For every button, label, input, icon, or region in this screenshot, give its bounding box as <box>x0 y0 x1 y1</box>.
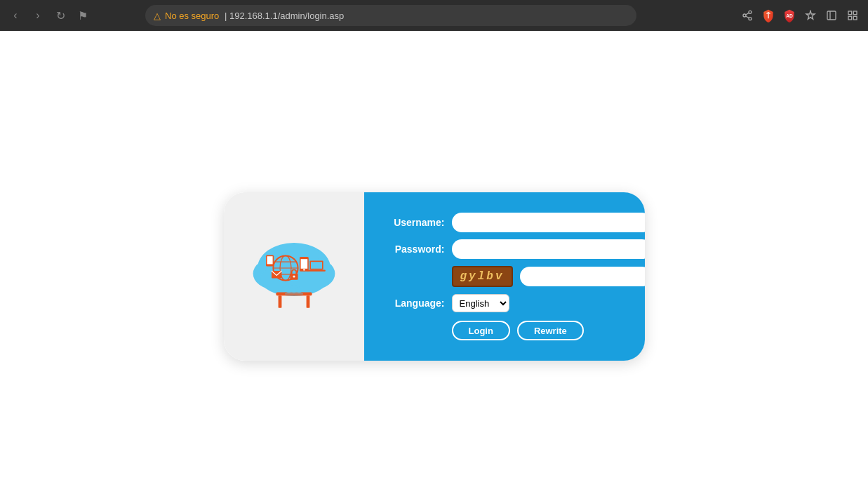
button-row: Login Rewrite <box>385 321 645 340</box>
captcha-image: gylbv <box>452 266 513 287</box>
brave-shield-icon[interactable] <box>760 7 777 24</box>
svg-rect-25 <box>311 262 322 269</box>
browser-chrome: ‹ › ↻ ⚑ △ No es seguro | 192.168.1.1/adm… <box>0 0 868 31</box>
adblock-icon[interactable]: AD <box>781 7 798 24</box>
svg-point-31 <box>293 275 295 277</box>
svg-point-2 <box>749 18 752 20</box>
extensions-icon[interactable] <box>802 7 819 24</box>
svg-rect-11 <box>853 16 857 20</box>
browser-actions: AD <box>739 7 861 24</box>
svg-point-23 <box>303 269 305 270</box>
bookmark-button[interactable]: ⚑ <box>74 7 91 24</box>
svg-rect-10 <box>848 16 852 20</box>
svg-point-1 <box>743 14 746 17</box>
forward-button[interactable]: › <box>29 7 46 24</box>
login-button[interactable]: Login <box>452 321 510 340</box>
share-icon[interactable] <box>739 7 756 24</box>
tabs-icon[interactable] <box>844 7 861 24</box>
svg-rect-8 <box>848 11 852 15</box>
language-select[interactable]: English Chinese <box>452 294 509 312</box>
svg-text:AD: AD <box>786 13 793 18</box>
svg-rect-6 <box>827 11 836 20</box>
url-separator: | <box>225 11 229 21</box>
svg-line-3 <box>746 16 749 18</box>
svg-rect-33 <box>278 295 281 308</box>
svg-rect-28 <box>267 256 272 264</box>
sidebar-toggle-icon[interactable] <box>823 7 840 24</box>
svg-rect-9 <box>853 11 857 15</box>
captcha-row: gylbv <box>385 266 645 287</box>
svg-rect-22 <box>300 259 307 269</box>
svg-rect-38 <box>285 293 303 295</box>
insecure-label: No es seguro <box>165 11 219 21</box>
svg-point-0 <box>749 11 752 13</box>
reload-button[interactable]: ↻ <box>52 7 69 24</box>
password-label: Password: <box>385 244 445 255</box>
svg-rect-26 <box>307 269 326 271</box>
username-row: Username: <box>385 213 645 232</box>
rewrite-button[interactable]: Rewrite <box>517 321 584 340</box>
right-panel: Username: Password: gylbv Language: Engl… <box>364 192 645 361</box>
language-row: Language: English Chinese <box>385 294 645 312</box>
address-bar[interactable]: △ No es seguro | 192.168.1.1/admin/login… <box>145 5 636 26</box>
password-row: Password: <box>385 239 645 259</box>
page-content: Username: Password: gylbv Language: Engl… <box>0 31 868 480</box>
username-label: Username: <box>385 217 445 228</box>
cloud-illustration <box>238 220 350 333</box>
svg-line-4 <box>746 13 749 15</box>
svg-point-37 <box>295 287 302 293</box>
url-text: 192.168.1.1/admin/login.asp <box>229 11 344 21</box>
login-card: Username: Password: gylbv Language: Engl… <box>224 192 645 361</box>
address-text: No es seguro | 192.168.1.1/admin/login.a… <box>165 11 344 21</box>
svg-rect-34 <box>306 295 309 308</box>
captcha-input[interactable] <box>520 267 645 286</box>
back-button[interactable]: ‹ <box>7 7 24 24</box>
password-input[interactable] <box>452 239 645 259</box>
left-panel <box>224 192 364 361</box>
warning-icon: △ <box>154 11 161 21</box>
svg-point-36 <box>285 287 293 293</box>
username-input[interactable] <box>452 213 645 232</box>
language-label: Language: <box>385 298 445 309</box>
